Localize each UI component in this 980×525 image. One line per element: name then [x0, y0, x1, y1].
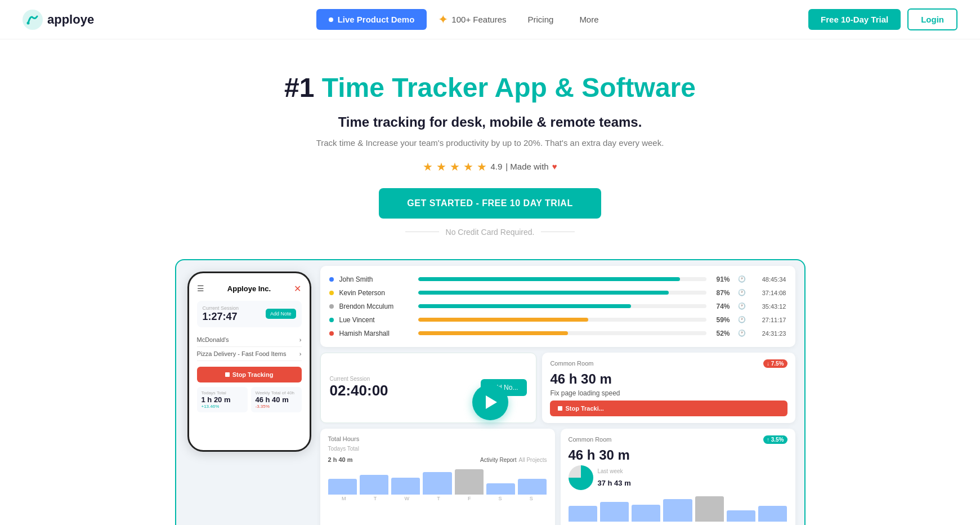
mini-bar-2-4 — [695, 496, 724, 522]
stop-square-icon — [225, 372, 230, 377]
emp-bar-fill-2 — [418, 304, 632, 308]
svg-point-1 — [27, 21, 30, 24]
emp-pct-2: 74% — [712, 302, 730, 310]
today-label: Todays Total — [328, 446, 359, 452]
phone-weekly-label: Weekly Total of 40h — [256, 390, 297, 395]
mini-bar-1-6 — [518, 479, 547, 495]
hero-title-highlight: Time Tracker App & Software — [322, 73, 696, 103]
emp-pct-4: 52% — [712, 330, 730, 337]
mini-bar-1-2 — [391, 478, 420, 495]
emp-pct-0: 91% — [712, 275, 730, 283]
phone-weekly-box: Weekly Total of 40h 46 h 40 m -3.35% — [251, 387, 302, 412]
hero-subtitle: Time tracking for desk, mobile & remote … — [23, 114, 957, 130]
stop-tracking-btn[interactable]: Stop Tracki... — [550, 401, 787, 416]
task-label: Fix page loading speed — [550, 389, 787, 397]
emp-clock-icon-1: 🕐 — [738, 289, 746, 296]
phone-mockup: ☰ Apploye Inc. ✕ Current Session 1:27:47… — [187, 272, 311, 452]
employee-row-3: Lue Vincent 59% 🕐 27:11:17 — [329, 313, 786, 327]
total-hours-info: Total Hours — [328, 435, 360, 442]
card2-badge: ↑ 3.5% — [763, 435, 787, 444]
mini-bar-2-3 — [663, 499, 692, 522]
mini-bar-2-0 — [569, 506, 597, 522]
emp-dot-1 — [329, 291, 334, 295]
play-button[interactable] — [472, 384, 508, 420]
features-link[interactable]: ✦ 100+ Features — [432, 12, 512, 27]
emp-pct-1: 87% — [712, 289, 730, 297]
pricing-link[interactable]: Pricing — [518, 15, 564, 24]
mini-bar-2-2 — [632, 505, 660, 522]
stop-label: Stop Tracki... — [565, 405, 603, 412]
last-week-label: Last week — [598, 468, 631, 474]
logo[interactable]: apploye — [23, 10, 94, 30]
bar-labels: MTWTFSS — [328, 496, 547, 501]
emp-bar-bg-1 — [418, 291, 706, 295]
cta-button[interactable]: GET STARTED - FREE 10 DAY TRIAL — [379, 188, 601, 219]
hero-section: #1 Time Tracker App & Software Time trac… — [0, 39, 980, 259]
mini-bars-2 — [569, 493, 787, 522]
task-row: Fix page loading speed — [550, 389, 787, 397]
phone-session-info: Current Session 1:27:47 — [203, 305, 239, 323]
no-card-text: No Credit Card Required. — [446, 228, 535, 237]
emp-clock-icon-3: 🕐 — [738, 316, 746, 323]
svg-point-0 — [23, 10, 43, 30]
mini-bar-1-4 — [455, 469, 484, 495]
star-3: ★ — [450, 160, 460, 173]
nav-right: Free 10-Day Trial Login — [808, 8, 957, 30]
employees-table: John Smith 91% 🕐 48:45:34 Kevin Peterson… — [320, 266, 795, 347]
phone-session-time: 1:27:47 — [203, 311, 238, 322]
session-stop-row: Current Session 02:40:00 Add No... Commo… — [320, 353, 795, 423]
features-label: 100+ Features — [451, 15, 506, 24]
employee-row-1: Kevin Peterson 87% 🕐 37:14:08 — [329, 286, 786, 300]
hero-title-part1: #1 — [284, 73, 322, 103]
phone-close-icon[interactable]: ✕ — [294, 283, 301, 294]
stop-icon — [558, 406, 562, 411]
star-2: ★ — [436, 160, 446, 173]
session-label: Current Session — [330, 376, 472, 382]
logo-icon — [23, 10, 43, 30]
mini-bar-1-0 — [328, 479, 357, 495]
emp-bar-bg-3 — [418, 318, 706, 322]
employee-row-0: John Smith 91% 🕐 48:45:34 — [329, 273, 786, 286]
dashboard-right: John Smith 91% 🕐 48:45:34 Kevin Peterson… — [311, 260, 804, 525]
star-5-half: ★ — [477, 160, 487, 173]
emp-time-3: 27:11:17 — [751, 317, 786, 323]
card1-header: Common Room ↓ 7.5% — [550, 359, 787, 368]
phone-today-label: Todays Total — [202, 390, 243, 395]
login-button[interactable]: Login — [907, 8, 957, 30]
emp-time-4: 24:31:23 — [751, 330, 786, 337]
demo-dot — [329, 17, 333, 22]
emp-bar-fill-1 — [418, 291, 669, 295]
phone-today-pct: +13.46% — [202, 404, 243, 409]
mini-bar-1-1 — [360, 475, 388, 495]
phone-item-1-label: McDonald's — [197, 336, 229, 343]
emp-dot-3 — [329, 318, 334, 322]
phone-stop-label: Stop Tracking — [232, 371, 274, 378]
today-val: 2 h 40 m — [328, 456, 359, 463]
bottom-cards: Total Hours Todays Total 2 h 40 m Activi… — [320, 429, 795, 525]
phone-stop-btn[interactable]: Stop Tracking — [197, 367, 302, 382]
last-week-row: Last week 37 h 43 m — [569, 465, 787, 490]
employee-rows: John Smith 91% 🕐 48:45:34 Kevin Peterson… — [329, 273, 786, 340]
emp-clock-icon-2: 🕐 — [738, 302, 746, 310]
dashboard-preview: ☰ Apploye Inc. ✕ Current Session 1:27:47… — [153, 259, 828, 525]
phone-weekly-val: 46 h 40 m — [256, 395, 297, 404]
trial-button[interactable]: Free 10-Day Trial — [808, 9, 901, 30]
phone-today-val: 1 h 20 m — [202, 395, 243, 404]
last-week-val: 37 h 43 m — [598, 479, 631, 487]
demo-button[interactable]: Live Product Demo — [316, 9, 427, 30]
rating-row: ★ ★ ★ ★ ★ 4.9 | Made with ♥ — [23, 160, 957, 173]
hamburger-icon[interactable]: ☰ — [197, 284, 204, 293]
phone-session-box: Current Session 1:27:47 Add Note — [197, 301, 302, 327]
phone-company: Apploye Inc. — [227, 284, 271, 293]
last-week-info: Last week 37 h 43 m — [598, 468, 631, 487]
rating-value: 4.9 — [490, 162, 502, 171]
emp-name-1: Kevin Peterson — [339, 289, 413, 297]
phone-add-note-btn[interactable]: Add Note — [266, 309, 296, 319]
employee-row-2: Brendon Mcculum 74% 🕐 35:43:12 — [329, 300, 786, 313]
logo-text: apploye — [47, 12, 94, 27]
emp-name-4: Hamish Marshall — [339, 330, 413, 337]
navbar: apploye Live Product Demo ✦ 100+ Feature… — [0, 0, 980, 39]
sun-icon: ✦ — [438, 12, 448, 27]
emp-dot-2 — [329, 304, 334, 309]
more-link[interactable]: More — [569, 15, 608, 24]
